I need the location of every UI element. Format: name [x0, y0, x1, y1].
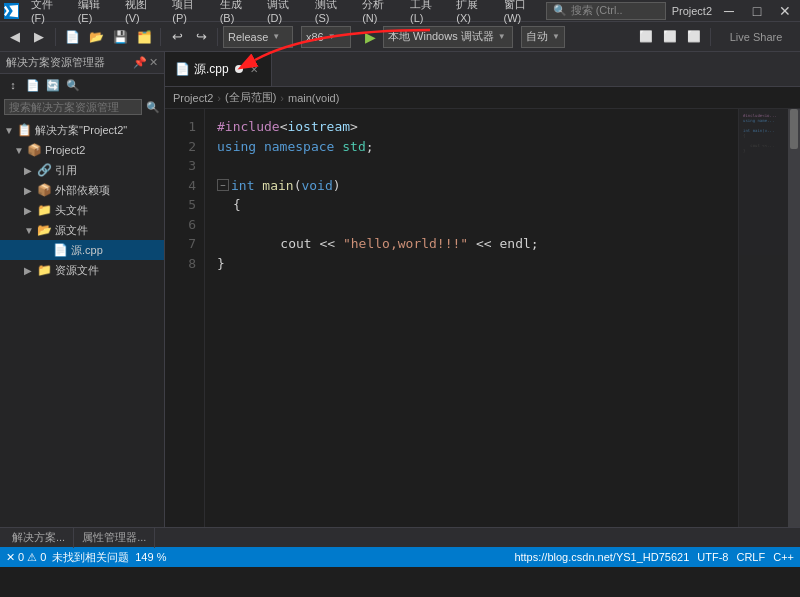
semi2: ;: [531, 234, 539, 254]
open-button[interactable]: 📂: [85, 26, 107, 48]
sidebar-search-input[interactable]: [4, 99, 142, 115]
solution-tree: ▼ 📋 解决方案"Project2" ▼ 📦 Project2 ▶ 🔗 引用 ▶…: [0, 118, 164, 527]
platform-dropdown[interactable]: x86 ▼: [301, 26, 351, 48]
tree-item-source-cpp[interactable]: ▶ 📄 源.cpp: [0, 240, 164, 260]
endl-kw: endl: [499, 234, 530, 254]
sidebar-pin-icon[interactable]: 📌: [133, 56, 147, 69]
bottom-tab-solution-explorer[interactable]: 解决方案...: [4, 528, 74, 548]
status-errors[interactable]: ✕ 0 ⚠ 0: [6, 551, 46, 564]
menu-project[interactable]: 项目(P): [166, 0, 211, 25]
search-icon: 🔍: [553, 4, 567, 17]
hdr-arrow: ▶: [24, 205, 34, 216]
menu-window[interactable]: 窗口(W): [498, 0, 546, 25]
solution-explorer: 解决方案资源管理器 📌 ✕ ↕ 📄 🔄 🔍 🔍 ▼ 📋 解决方案"Project…: [0, 52, 165, 527]
save-all-button[interactable]: 🗂️: [133, 26, 155, 48]
run-mode-dropdown[interactable]: 自动 ▼: [521, 26, 565, 48]
sidebar-close-icon[interactable]: ✕: [149, 56, 158, 69]
minimap: #include<io... using name... int main(v.…: [738, 109, 788, 527]
toolbar-icon2[interactable]: ⬜: [659, 26, 681, 48]
url-text: https://blog.csdn.net/YS1_HD75621: [514, 551, 689, 563]
status-message-text: 未找到相关问题: [52, 550, 129, 565]
vertical-scrollbar[interactable]: [788, 109, 800, 527]
run-button[interactable]: ▶: [359, 26, 381, 48]
preproc-hash: #include: [217, 117, 280, 137]
scrollbar-thumb[interactable]: [790, 109, 798, 149]
menu-extensions[interactable]: 扩展(X): [450, 0, 495, 25]
sep2: [160, 28, 161, 46]
breadcrumb-scope[interactable]: (全局范围): [225, 90, 276, 105]
breadcrumb-project[interactable]: Project2: [173, 92, 213, 104]
title-bar: 文件(F) 编辑(E) 视图(V) 项目(P) 生成(B) 调试(D) 测试(S…: [0, 0, 800, 22]
menu-view[interactable]: 视图(V): [119, 0, 164, 25]
status-url[interactable]: https://blog.csdn.net/YS1_HD75621: [514, 551, 689, 563]
menu-build[interactable]: 生成(B): [214, 0, 259, 25]
back-button[interactable]: ◀: [4, 26, 26, 48]
cpp-label: 源.cpp: [71, 243, 103, 258]
editor-tabs: 📄 源.cpp ✕: [165, 52, 800, 87]
project-root[interactable]: ▼ 📦 Project2: [0, 140, 164, 160]
tree-item-source-folder[interactable]: ▼ 📂 源文件: [0, 220, 164, 240]
ref-arrow: ▶: [24, 165, 34, 176]
status-left: ✕ 0 ⚠ 0 未找到相关问题 149 %: [6, 550, 166, 565]
redo-button[interactable]: ↪: [190, 26, 212, 48]
src-folder-icon: 📂: [37, 223, 52, 237]
sidebar-refresh-btn[interactable]: 🔄: [44, 76, 62, 94]
maximize-button[interactable]: □: [746, 0, 768, 22]
config-dropdown[interactable]: Release ▼: [223, 26, 293, 48]
menu-test[interactable]: 测试(S): [309, 0, 354, 25]
toolbar-icons-right[interactable]: ⬜: [635, 26, 657, 48]
warning-icon: ⚠: [27, 551, 37, 564]
solution-root[interactable]: ▼ 📋 解决方案"Project2": [0, 120, 164, 140]
tree-item-headers[interactable]: ▶ 📁 头文件: [0, 200, 164, 220]
sidebar-new-file-btn[interactable]: 📄: [24, 76, 42, 94]
tab-file-icon: 📄: [175, 62, 190, 76]
status-right: https://blog.csdn.net/YS1_HD75621 UTF-8 …: [514, 551, 794, 563]
toolbar-icon3[interactable]: ⬜: [683, 26, 705, 48]
code-line-8: }: [217, 254, 738, 274]
ln-5: 5: [165, 195, 196, 215]
tab-close-button[interactable]: ✕: [247, 62, 261, 76]
menu-debug[interactable]: 调试(D): [261, 0, 307, 25]
menu-analyze[interactable]: 分析(N): [356, 0, 402, 25]
menu-file[interactable]: 文件(F): [25, 0, 70, 25]
breadcrumb-symbol[interactable]: main(void): [288, 92, 339, 104]
close-button[interactable]: ✕: [774, 0, 796, 22]
tree-item-external-deps[interactable]: ▶ 📦 外部依赖项: [0, 180, 164, 200]
code-editor[interactable]: #include<iostream> using namespace std; …: [205, 109, 738, 527]
bottom-tabs: 解决方案... 属性管理器...: [0, 527, 800, 547]
solution-expand-arrow: ▼: [4, 125, 14, 136]
status-line-ending[interactable]: CRLF: [736, 551, 765, 563]
op-left1: <<: [312, 234, 343, 254]
cpp-icon: 📄: [53, 243, 68, 257]
forward-button[interactable]: ▶: [28, 26, 50, 48]
minimize-button[interactable]: ─: [718, 0, 740, 22]
sp1: [256, 137, 264, 157]
fold-icon-4[interactable]: −: [217, 179, 229, 191]
tab-file-name: 源.cpp: [194, 61, 229, 78]
undo-button[interactable]: ↩: [166, 26, 188, 48]
tree-item-references[interactable]: ▶ 🔗 引用: [0, 160, 164, 180]
debugger-dropdown[interactable]: 本地 Windows 调试器 ▼: [383, 26, 513, 48]
platform-label: x86: [306, 31, 324, 43]
ln-3: 3: [165, 156, 196, 176]
encoding-label: UTF-8: [697, 551, 728, 563]
menu-edit[interactable]: 编辑(E): [72, 0, 117, 25]
editor-area: 📄 源.cpp ✕ Project2 › (全局范围) › main(void)…: [165, 52, 800, 527]
status-messages[interactable]: 未找到相关问题: [52, 550, 129, 565]
status-language[interactable]: C++: [773, 551, 794, 563]
status-encoding[interactable]: UTF-8: [697, 551, 728, 563]
sidebar-sync-btn[interactable]: ↕: [4, 76, 22, 94]
ln-8: 8: [165, 254, 196, 274]
new-file-button[interactable]: 📄: [61, 26, 83, 48]
menu-tools[interactable]: 工具(L): [404, 0, 448, 25]
res-arrow: ▶: [24, 265, 34, 276]
bottom-tab-property-manager[interactable]: 属性管理器...: [74, 528, 155, 548]
sidebar-filter-btn[interactable]: 🔍: [64, 76, 82, 94]
save-button[interactable]: 💾: [109, 26, 131, 48]
live-share-button[interactable]: Live Share: [716, 26, 796, 48]
sidebar-search-icon: 🔍: [146, 101, 160, 114]
status-zoom[interactable]: 149 %: [135, 551, 166, 563]
tree-item-resources[interactable]: ▶ 📁 资源文件: [0, 260, 164, 280]
tab-modified-dot: [235, 65, 243, 73]
active-tab[interactable]: 📄 源.cpp ✕: [165, 52, 272, 86]
